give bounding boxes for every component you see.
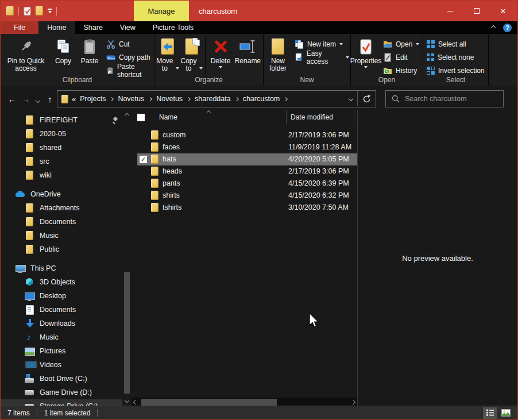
sidebar-item-label: 3D Objects bbox=[40, 278, 75, 286]
tab-view[interactable]: View bbox=[111, 21, 144, 34]
easy-access-button[interactable]: Easy access bbox=[295, 52, 349, 63]
sidebar-item[interactable]: Music bbox=[1, 330, 122, 344]
select-none-button[interactable]: Select none bbox=[427, 52, 487, 63]
sidebar-item[interactable]: Music bbox=[1, 229, 122, 242]
folder-icon[interactable] bbox=[6, 6, 14, 16]
column-divider[interactable] bbox=[354, 111, 354, 124]
sidebar-item[interactable]: OneDrive bbox=[1, 187, 122, 201]
breadcrumb-item[interactable]: charcustom bbox=[240, 95, 283, 103]
search-input[interactable] bbox=[405, 95, 491, 103]
forward-icon[interactable]: → bbox=[19, 94, 33, 104]
recent-locations-icon[interactable] bbox=[33, 94, 43, 104]
file-row[interactable]: custom 2/17/2019 3:06 PM bbox=[137, 129, 357, 141]
breadcrumb-item[interactable]: Projects bbox=[77, 95, 109, 103]
sidebar-item-label: Music bbox=[40, 232, 59, 240]
breadcrumb-item[interactable]: shareddata bbox=[192, 95, 234, 103]
column-header-date-modified[interactable]: Date modified bbox=[286, 111, 333, 124]
delete-button[interactable]: Delete bbox=[207, 35, 233, 76]
file-row[interactable]: heads 2/17/2019 3:06 PM bbox=[137, 165, 357, 178]
file-row[interactable]: tshirts 3/10/2020 7:50 AM bbox=[137, 202, 357, 214]
maximize-button[interactable] bbox=[463, 1, 490, 21]
breadcrumb-item[interactable]: Novetus bbox=[115, 95, 147, 103]
breadcrumb-collapsed[interactable]: « bbox=[72, 95, 76, 103]
sidebar-scrollbar[interactable] bbox=[122, 110, 132, 407]
move-to-button[interactable]: Move to bbox=[156, 35, 180, 76]
address-dropdown-icon[interactable] bbox=[349, 97, 353, 101]
sidebar-item[interactable]: 2020-05 bbox=[1, 127, 122, 141]
sidebar-item[interactable]: src bbox=[1, 155, 122, 168]
sidebar-item-icon bbox=[25, 360, 34, 370]
sidebar-item[interactable]: Game Drive (D:) bbox=[1, 386, 122, 399]
minimize-button[interactable] bbox=[437, 1, 463, 21]
file-checkbox[interactable] bbox=[140, 156, 147, 163]
sidebar-item[interactable]: 3D Objects bbox=[1, 275, 122, 289]
sidebar-item[interactable]: Pictures bbox=[1, 344, 122, 358]
sidebar-item[interactable]: Downloads bbox=[1, 317, 122, 330]
details-view-button[interactable] bbox=[483, 407, 497, 419]
invert-selection-button[interactable]: Invert selection bbox=[427, 65, 487, 76]
properties-button[interactable]: Properties bbox=[352, 35, 380, 76]
open-button[interactable]: Open bbox=[383, 38, 422, 49]
select-all-checkbox[interactable] bbox=[137, 114, 145, 121]
rename-button[interactable]: Rename bbox=[234, 35, 262, 76]
sidebar-item[interactable]: FIREFIGHT bbox=[1, 113, 122, 127]
select-all-button[interactable]: Select all bbox=[427, 38, 487, 49]
tab-file[interactable]: File bbox=[1, 21, 38, 34]
sidebar-item[interactable]: Desktop bbox=[1, 289, 122, 303]
help-icon[interactable]: ? bbox=[503, 24, 512, 32]
copy-path-button[interactable]: w Copy path bbox=[106, 52, 153, 63]
scroll-up-icon[interactable] bbox=[125, 113, 129, 118]
manage-tool-tab[interactable]: Manage bbox=[134, 1, 189, 21]
tab-share[interactable]: Share bbox=[75, 21, 111, 34]
breadcrumb-item[interactable]: Novetus bbox=[153, 95, 185, 103]
scrollbar-thumb[interactable] bbox=[141, 399, 277, 406]
customize-toolbar-icon[interactable] bbox=[48, 9, 52, 13]
thumbnail-view-button[interactable] bbox=[499, 407, 513, 419]
search-box[interactable] bbox=[385, 90, 504, 107]
scroll-down-icon[interactable] bbox=[125, 398, 129, 403]
new-folder-button[interactable]: New folder bbox=[265, 35, 291, 76]
sidebar-item[interactable]: Documents bbox=[1, 303, 122, 317]
up-icon[interactable]: ↑ bbox=[43, 94, 57, 104]
copy-to-button[interactable]: Copy to bbox=[180, 35, 204, 76]
address-bar[interactable]: « ProjectsNovetusNovetusshareddatacharcu… bbox=[57, 90, 376, 107]
tab-home[interactable]: Home bbox=[38, 21, 75, 34]
sidebar-item-icon bbox=[16, 190, 25, 199]
folder-icon bbox=[150, 191, 160, 201]
sidebar-item[interactable]: wiki bbox=[1, 168, 122, 182]
scroll-right-icon[interactable] bbox=[351, 400, 355, 404]
close-button[interactable]: × bbox=[490, 1, 516, 21]
sidebar-item[interactable]: shared bbox=[1, 141, 122, 155]
folder-tree: FIREFIGHT 2020-05 shared src wiki OneDri… bbox=[1, 110, 122, 407]
sidebar-item-label: Documents bbox=[40, 306, 76, 314]
file-row[interactable]: faces 11/9/2019 11:28 AM bbox=[137, 141, 357, 153]
folder-icon[interactable] bbox=[36, 6, 43, 16]
sidebar-item[interactable]: Documents bbox=[1, 215, 122, 229]
sidebar-item[interactable]: Boot Drive (C:) bbox=[1, 372, 122, 386]
paste-button[interactable]: Paste bbox=[76, 35, 103, 76]
back-icon[interactable]: ← bbox=[5, 94, 19, 104]
paste-shortcut-button[interactable]: Paste shortcut bbox=[106, 65, 153, 76]
pin-to-quick-access-button[interactable]: Pin to Quick access bbox=[2, 35, 50, 76]
group-label-open: Open bbox=[351, 76, 423, 86]
history-button[interactable]: History bbox=[383, 65, 422, 76]
sidebar-item[interactable]: Videos bbox=[1, 358, 122, 372]
file-row[interactable]: hats 4/20/2020 5:05 PM bbox=[137, 153, 357, 165]
collapse-ribbon-icon[interactable] bbox=[491, 25, 496, 30]
sidebar-item[interactable]: This PC bbox=[1, 261, 122, 275]
refresh-icon[interactable] bbox=[362, 95, 371, 103]
scroll-left-icon[interactable] bbox=[133, 400, 138, 404]
new-item-button[interactable]: New item bbox=[295, 38, 349, 49]
properties-icon[interactable] bbox=[24, 7, 31, 16]
tab-picture-tools[interactable]: Picture Tools bbox=[144, 21, 202, 34]
sidebar-item[interactable]: Attachments bbox=[1, 201, 122, 215]
edit-button[interactable]: Edit bbox=[383, 52, 422, 63]
file-row[interactable]: pants 4/15/2020 6:39 PM bbox=[137, 178, 357, 190]
copy-button[interactable]: Copy bbox=[50, 35, 76, 76]
file-row[interactable]: shirts 4/15/2020 6:32 PM bbox=[137, 190, 357, 202]
scrollbar-thumb[interactable] bbox=[124, 272, 130, 394]
column-header-name[interactable]: Name bbox=[159, 113, 177, 121]
dropdown-icon bbox=[219, 66, 222, 68]
cut-button[interactable]: Cut bbox=[106, 38, 153, 49]
sidebar-item[interactable]: Public bbox=[1, 242, 122, 256]
